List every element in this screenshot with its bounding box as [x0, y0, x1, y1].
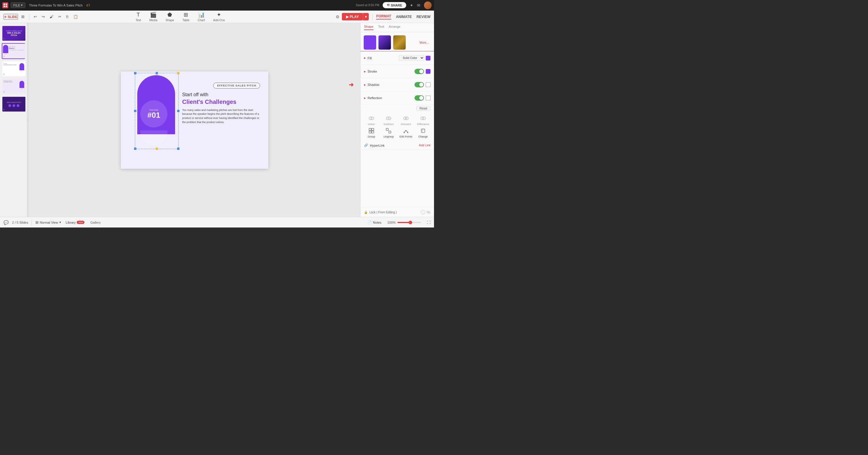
zoom-slider[interactable] [397, 222, 421, 223]
handle-bottom-center[interactable] [156, 148, 158, 150]
slide-thumb-2[interactable]: ●01 Start off with Client's... Too many … [2, 43, 25, 59]
expand-reflection-icon: ▶ [364, 97, 366, 99]
group-op[interactable]: Group [364, 128, 379, 138]
add-slide-button[interactable]: + SLIDE [4, 14, 18, 20]
library-button[interactable]: Library New [66, 221, 85, 224]
view-toggle-button[interactable]: ▤ Normal View ▾ [35, 220, 61, 224]
cut-button[interactable]: ✂ [57, 13, 63, 20]
fill-label[interactable]: ▶ Fill [364, 56, 372, 60]
lock-no-circle [421, 210, 426, 215]
ungroup-icon [386, 128, 391, 134]
intersect-op[interactable]: Intersect [399, 116, 413, 126]
tab-text[interactable]: Text [378, 25, 384, 30]
shadow-label[interactable]: ▶ Shadow [364, 83, 379, 87]
swatch-gradient-purple[interactable] [378, 35, 391, 50]
play-dropdown-button[interactable]: ▾ [363, 13, 369, 20]
svg-rect-1 [6, 4, 7, 5]
slide-3-preview: Establish... Lorem ipsum text here for s… [2, 61, 25, 76]
ungroup-op[interactable]: Ungroup [381, 128, 396, 138]
handle-top-right[interactable] [177, 72, 180, 74]
subtract-op[interactable]: Subtract [381, 116, 396, 126]
table-icon: ⊞ [184, 11, 188, 18]
shape-tool[interactable]: ⬟ Shape [166, 11, 174, 22]
tab-format[interactable]: FORMAT [376, 14, 391, 20]
union-op[interactable]: Union [364, 116, 379, 126]
slide-2-preview: ●01 Start off with Client's... Too many … [2, 44, 25, 58]
addons-icon: ✦ [217, 11, 221, 18]
ai-icon[interactable]: ✦ [410, 3, 413, 8]
fill-type-dropdown[interactable]: Solid Color [399, 55, 425, 61]
tab-animate[interactable]: ANIMATE [396, 15, 412, 19]
pitch-badge: EFFECTIVE SALES PITCH [213, 83, 260, 89]
chart-tool[interactable]: 📊 Chart [198, 11, 205, 22]
add-link-button[interactable]: Add Link [419, 144, 430, 147]
svg-rect-12 [369, 128, 371, 130]
reflection-section: ▶ Reflection [361, 92, 434, 105]
reflection-toggle[interactable] [414, 95, 424, 101]
slide-view-toggle[interactable]: ⊞ [20, 13, 26, 20]
hyperlink-icon: 🔗 [364, 143, 368, 147]
slides-panel: THREE FORMULAS TO WIN A SALESPITCH 1 ●01… [0, 23, 27, 217]
svg-point-5 [371, 117, 374, 120]
paste-button[interactable]: 📋 [72, 13, 80, 20]
lock-toggle[interactable]: No [421, 210, 430, 215]
media-icon: 🎬 [150, 11, 156, 18]
shape-group[interactable]: Formula #01 [135, 74, 178, 148]
swatch-wood[interactable] [393, 35, 406, 50]
slide-text-area: Start off with Client's Challenges Too m… [182, 92, 264, 125]
reflection-color-box[interactable] [426, 96, 430, 100]
stroke-label[interactable]: ▶ Stroke [364, 70, 377, 73]
chat-button[interactable]: 💬 [4, 220, 8, 225]
copy-button[interactable]: ⎘ [65, 13, 70, 20]
lock-icon: 🔒 [364, 211, 368, 214]
tab-arrange[interactable]: Arrange [389, 25, 400, 30]
media-label: Media [149, 19, 157, 22]
tab-shape[interactable]: Shape [364, 25, 373, 30]
differance-op[interactable]: Differance [416, 116, 430, 126]
body-paragraph: Too many sales and marketing pitches are… [182, 108, 264, 125]
swatch-solid-purple[interactable] [364, 35, 376, 50]
media-tool[interactable]: 🎬 Media [149, 11, 157, 22]
table-tool[interactable]: ⊞ Table [182, 11, 190, 22]
undo-button[interactable]: ↩ [32, 13, 38, 20]
share-button[interactable]: ⟲ SHARE [383, 2, 406, 8]
canvas-area[interactable]: EFFECTIVE SALES PITCH Formula #01 [29, 23, 360, 217]
slide-thumb-3[interactable]: Establish... Lorem ipsum text here for s… [2, 61, 25, 77]
lock-row: 🔒 Lock ( From Editing ) No [361, 207, 434, 217]
shadow-arrow-indicator: ➜ [349, 81, 354, 88]
expand-fill-icon: ▶ [364, 57, 366, 59]
notes-button[interactable]: 📄 Notes [368, 220, 381, 224]
file-menu-button[interactable]: FILE ▾ [11, 2, 25, 8]
user-avatar[interactable] [424, 1, 432, 9]
slide-thumb-4[interactable]: Describe the solution... Your Product / … [2, 78, 25, 94]
shadow-color-box[interactable] [426, 82, 430, 87]
slide-thumb-5[interactable]: WIN A SALES PITCH 1 2 3 5 [2, 96, 25, 112]
reset-button[interactable]: Reset [416, 106, 430, 111]
more-swatches-link[interactable]: More... [420, 41, 429, 44]
redo-button[interactable]: ↪ [40, 13, 46, 20]
slide-thumb-1[interactable]: THREE FORMULAS TO WIN A SALESPITCH 1 [2, 25, 25, 41]
text-icon: T [137, 12, 140, 18]
stroke-color-swatch[interactable] [426, 69, 430, 74]
edit-points-op[interactable]: Edit Points [399, 128, 413, 138]
stroke-toggle[interactable] [414, 69, 424, 74]
fullscreen-button[interactable]: ⛶ [427, 220, 430, 225]
handle-mid-right[interactable] [177, 110, 180, 112]
addons-tool[interactable]: ✦ Add-Ons [213, 11, 225, 22]
hyperlink-row: 🔗 HyperLink Add Link [361, 141, 434, 150]
mail-icon[interactable]: ✉ [417, 3, 421, 8]
reflection-label[interactable]: ▶ Reflection [364, 96, 382, 100]
format-painter-button[interactable]: 🖌 [48, 13, 55, 20]
text-tool[interactable]: T Text [135, 12, 141, 22]
play-button[interactable]: ▶ PLAY [342, 13, 363, 20]
fill-color-swatch[interactable] [426, 56, 430, 61]
handle-bottom-right[interactable] [177, 148, 180, 150]
settings-button[interactable]: ⚙ [336, 14, 340, 19]
svg-rect-0 [4, 4, 5, 5]
shadow-toggle[interactable] [414, 82, 424, 87]
handle-bottom-left[interactable] [134, 148, 136, 150]
gallery-button[interactable]: Gallery [90, 221, 101, 224]
tab-review[interactable]: REVIEW [416, 15, 430, 19]
change-op[interactable]: Change [416, 128, 430, 138]
heading-start-off: Start off with [182, 92, 264, 97]
